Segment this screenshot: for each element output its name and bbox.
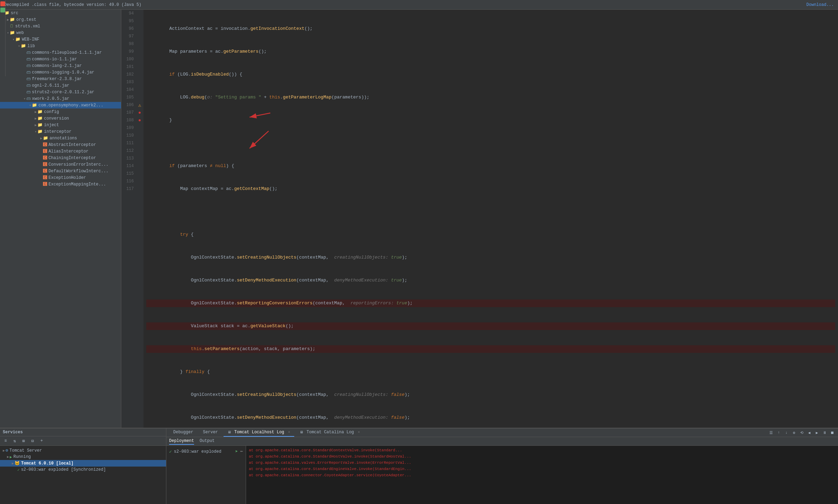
debugger-tabs: Debugger Server 🖥 Tomcat Localhost Log ×… (166, 428, 838, 437)
deploy-arrow-right[interactable]: ➤ (235, 449, 238, 454)
toolbar-btn-4[interactable]: ⊟ (29, 437, 36, 444)
tab-icon-2[interactable]: ◀ (806, 429, 812, 436)
services-title: Services (3, 430, 23, 435)
tomcat-server-label: Tomcat Server (9, 448, 42, 453)
output-line-3: at org.apache.catalina.valves.ErrorRepor… (249, 460, 835, 466)
sidebar-item-label: web (16, 31, 24, 35)
sidebar-item-exception-mapping[interactable]: ▶ 🅲 ExceptionMappingInte... (0, 181, 121, 188)
sidebar-item-conversion-error[interactable]: ▶ 🅲 ConversionErrorInterc... (0, 161, 121, 168)
gutter-114 (136, 162, 143, 170)
main-area: ▾ 📁 src ▶ 📁 org.test ▶ 🗒 struts.xml ▾ 📁 … (0, 10, 838, 428)
sidebar-item-ognl[interactable]: ▶ 🗃 ognl-2.6.11.jar (0, 82, 121, 89)
subtab-output[interactable]: Output (200, 438, 215, 445)
sidebar-item-web[interactable]: ▾ 📁 web (0, 29, 121, 36)
sidebar-item-conversion[interactable]: ▶ 📁 conversion (0, 115, 121, 122)
sidebar-item-label: xwork-2.0.5.jar (32, 96, 69, 101)
output-area[interactable]: at org.apache.catalina.core.StandardCont… (246, 446, 838, 504)
project-sidebar[interactable]: ▾ 📁 src ▶ 📁 org.test ▶ 🗒 struts.xml ▾ 📁 … (0, 10, 121, 428)
sidebar-item-label: config (44, 110, 59, 114)
sidebar-item-inject[interactable]: ▶ 📁 inject (0, 122, 121, 128)
subtab-deployment[interactable]: Deployment (169, 438, 194, 445)
tab-server[interactable]: Server (199, 428, 222, 437)
tab-icon-3[interactable]: ▶ (814, 429, 820, 436)
tab-icon-1[interactable]: ⟲ (798, 429, 805, 436)
sidebar-item-label: ConversionErrorInterc... (49, 162, 108, 167)
download-link[interactable]: Download... (806, 2, 834, 7)
jar-icon: 🗃 (26, 89, 30, 95)
tab-tomcat-localhost[interactable]: 🖥 Tomcat Localhost Log × (224, 428, 294, 437)
tab-icon-5[interactable]: ⏹ (829, 429, 835, 436)
toolbar-btn-3[interactable]: ⊞ (20, 437, 27, 444)
sidebar-item-commons-fileupload[interactable]: ▶ 🗃 commons-fileupload-1.1.1.jar (0, 49, 121, 56)
code-line-108: this.setParameters(action, stack, parame… (146, 345, 835, 353)
sidebar-item-alias-interceptor[interactable]: ▶ 🅲 AliasInterceptor (0, 148, 121, 155)
toolbar-btn-1[interactable]: ≡ (2, 437, 9, 444)
line-numbers: 94 95 96 97 98 99 100 101 102 103 104 10… (121, 10, 136, 428)
list-icon: ≡ (4, 438, 7, 443)
sidebar-item-label: ExceptionHolder (49, 175, 86, 180)
add-icon: + (40, 438, 43, 443)
sidebar-item-commons-io[interactable]: ▶ 🗃 commons-io-1.1.jar (0, 56, 121, 62)
sidebar-item-org-test[interactable]: ▶ 📁 org.test (0, 16, 121, 23)
code-line-100: if (parameters ≠ null) { (146, 162, 835, 170)
deploy-arrow-left[interactable]: ⬅ (240, 449, 243, 454)
sidebar-item-abstract-interceptor[interactable]: ▶ 🅲 AbstractInterceptor (0, 141, 121, 148)
sidebar-item-interceptor[interactable]: ▾ 📁 interceptor (0, 128, 121, 135)
code-line-99 (146, 139, 835, 147)
gutter-113 (136, 155, 143, 162)
service-item-deployment[interactable]: ✓ s2-003:war exploded [Synchronized] (0, 467, 166, 473)
sidebar-item-commons-lang[interactable]: ▶ 🗃 commons-lang-2.1.jar (0, 62, 121, 69)
service-item-tomcat-local[interactable]: ▶ 🐱 Tomcat 6.0.10 [local] (0, 460, 166, 467)
sidebar-item-web-inf[interactable]: ▾ 📁 WEB-INF (0, 36, 121, 43)
gutter-markers: ⚠ ● ● (136, 10, 143, 428)
gutter-116 (136, 177, 143, 185)
class-icon: 🅲 (43, 162, 47, 167)
tab-close-catalina[interactable]: × (358, 431, 360, 434)
sidebar-item-com-opensymphony[interactable]: ▾ 📁 com.opensymphony.xwork2... (0, 102, 121, 108)
code-line-95: Map parameters = ac.getParameters(); (146, 48, 835, 55)
gutter-107[interactable]: ● (136, 109, 143, 116)
tab-icon-4[interactable]: ⏸ (821, 429, 828, 436)
output-line-4: at org.apache.catalina.core.StandardEngi… (249, 466, 835, 472)
bottom-panel: Services ≡ ⇅ ⊞ ⊟ + ▶ ⚙ Tomcat Se (0, 428, 838, 504)
sidebar-item-commons-logging[interactable]: ▶ 🗃 commons-logging-1.0.4.jar (0, 69, 121, 76)
sidebar-item-src[interactable]: ▾ 📁 src (0, 10, 121, 16)
tab-debugger-label: Debugger (173, 430, 193, 435)
toolbar-btn-2[interactable]: ⇅ (11, 437, 18, 444)
code-content[interactable]: ActionContext ac = invocation.getInvocat… (143, 10, 838, 428)
tomcat-local-label: Tomcat 6.0.10 [local] (21, 461, 73, 466)
gutter-108[interactable]: ● (136, 116, 143, 124)
tab-icon-menu[interactable]: ☰ (768, 429, 774, 436)
tab-icon-filter[interactable]: ⚙ (791, 429, 797, 436)
tab-icon-up[interactable]: ↑ (776, 429, 782, 436)
filter-icon: ⊟ (31, 438, 34, 444)
sidebar-item-label: freemarker-2.3.8.jar (32, 77, 82, 81)
running-label: Running (14, 454, 31, 459)
code-editor[interactable]: 94 95 96 97 98 99 100 101 102 103 104 10… (121, 10, 838, 428)
toolbar-btn-add[interactable]: + (38, 437, 45, 444)
sidebar-item-config[interactable]: ▶ 📁 config (0, 108, 121, 115)
services-tree[interactable]: ▶ ⚙ Tomcat Server ▶ ▶ Running ▶ 🐱 Tomcat… (0, 446, 166, 504)
gutter-94 (136, 10, 143, 17)
sidebar-item-struts2-core[interactable]: ▶ 🗃 struts2-core-2.0.11.2.jar (0, 89, 121, 95)
sidebar-item-freemarker[interactable]: ▶ 🗃 freemarker-2.3.8.jar (0, 76, 121, 82)
code-line-94: ActionContext ac = invocation.getInvocat… (146, 25, 835, 33)
tab-tomcat-catalina[interactable]: 🖥 Tomcat Catalina Log × (296, 428, 364, 437)
sidebar-item-chaining-interceptor[interactable]: ▶ 🅲 ChainingInterceptor (0, 155, 121, 161)
service-item-running[interactable]: ▶ ▶ Running (0, 454, 166, 460)
tab-close-localhost[interactable]: × (288, 431, 290, 434)
folder-icon: 📁 (37, 122, 43, 128)
sort-icon: ⇅ (13, 438, 16, 444)
panel-body: ✓ s2-003:war exploded ➤ ⬅ at org.apache.… (166, 446, 838, 504)
tab-icon-down[interactable]: ↓ (783, 429, 789, 436)
sidebar-item-label: ChainingInterceptor (49, 156, 96, 160)
sidebar-item-lib[interactable]: ▾ 📁 lib (0, 43, 121, 49)
sidebar-item-default-workflow[interactable]: ▶ 🅲 DefaultWorkflowInterc... (0, 168, 121, 174)
sidebar-item-xwork[interactable]: ▾ 🗃 xwork-2.0.5.jar (0, 95, 121, 102)
sidebar-item-exception-holder[interactable]: ▶ 🅲 ExceptionHolder (0, 174, 121, 181)
service-item-tomcat-server[interactable]: ▶ ⚙ Tomcat Server (0, 447, 166, 454)
tab-debugger[interactable]: Debugger (169, 428, 198, 437)
sidebar-item-struts-xml[interactable]: ▶ 🗒 struts.xml (0, 23, 121, 29)
catalina-tab-icon: 🖥 (300, 431, 303, 434)
sidebar-item-annotations[interactable]: ▶ 📁 annotations (0, 135, 121, 141)
